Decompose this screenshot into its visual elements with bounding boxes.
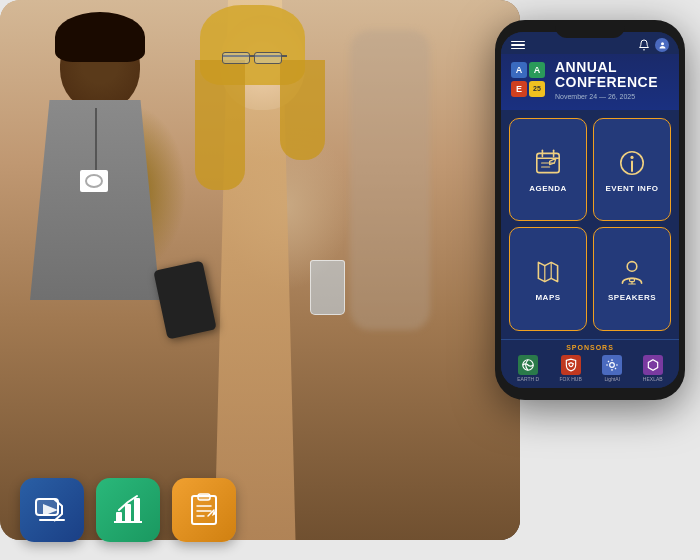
conference-logo: A A E 25 xyxy=(511,62,547,98)
sponsor-earthd-name: EARTH D xyxy=(517,376,539,382)
phone-screen: A A E 25 ANNUAL CONFERENCE November 24 —… xyxy=(501,32,679,388)
chart-icon-button[interactable] xyxy=(96,478,160,542)
sponsor-foxhub-icon xyxy=(561,355,581,375)
phone-mockup: A A E 25 ANNUAL CONFERENCE November 24 —… xyxy=(495,20,685,400)
maps-icon xyxy=(532,256,564,288)
svg-point-25 xyxy=(627,262,637,272)
speakers-label: SPEAKERS xyxy=(608,293,656,302)
sponsor-earthd: EARTH D xyxy=(517,355,539,382)
sponsors-section: SPONSORS EARTH D xyxy=(501,339,679,388)
conference-title-block: ANNUAL CONFERENCE November 24 — 26, 2025 xyxy=(555,60,669,100)
sponsor-lightai: LightAI xyxy=(602,355,622,382)
people-photo xyxy=(0,0,520,540)
logo-tile-e: E xyxy=(511,81,527,97)
agenda-label: AGENDA xyxy=(529,184,567,193)
speakers-icon xyxy=(616,256,648,288)
event-info-label: EVENT INFO xyxy=(605,184,658,193)
svg-marker-37 xyxy=(648,360,657,371)
logo-tile-a2: A xyxy=(529,62,545,78)
sponsor-earthd-icon xyxy=(518,355,538,375)
notes-icon xyxy=(186,492,222,528)
sponsor-foxhub-name: FOX HUB xyxy=(560,376,582,382)
user-icon xyxy=(658,41,667,50)
logo-tile-a1: A xyxy=(511,62,527,78)
menu-grid: AGENDA EVENT INFO xyxy=(501,110,679,339)
hamburger-menu[interactable] xyxy=(511,41,525,50)
user-avatar-small[interactable] xyxy=(655,38,669,52)
sponsor-lightai-name: LightAI xyxy=(604,376,620,382)
maps-button[interactable]: MAPS xyxy=(509,227,587,331)
bell-icon[interactable] xyxy=(638,39,650,51)
svg-line-36 xyxy=(615,368,616,369)
svg-point-21 xyxy=(630,155,633,158)
svg-point-30 xyxy=(610,363,615,368)
sponsor-foxhub: FOX HUB xyxy=(560,355,582,382)
event-info-button[interactable]: EVENT INFO xyxy=(593,118,671,222)
speakers-button[interactable]: SPEAKERS xyxy=(593,227,671,331)
svg-rect-7 xyxy=(134,498,140,522)
event-info-icon xyxy=(616,147,648,179)
scene: A A E 25 ANNUAL CONFERENCE November 24 —… xyxy=(0,0,700,560)
conference-header: A A E 25 ANNUAL CONFERENCE November 24 —… xyxy=(501,54,679,110)
chart-icon xyxy=(110,492,146,528)
topbar-actions xyxy=(638,38,669,52)
sponsor-hexlab-icon xyxy=(643,355,663,375)
sponsors-title: SPONSORS xyxy=(507,344,673,351)
logo-tile-25: 25 xyxy=(529,81,545,97)
notes-icon-button[interactable] xyxy=(172,478,236,542)
conference-date: November 24 — 26, 2025 xyxy=(555,93,669,100)
background-photo xyxy=(0,0,520,540)
conference-title-line1: ANNUAL xyxy=(555,60,669,75)
hand-phone xyxy=(153,261,216,340)
sponsor-lightai-icon xyxy=(602,355,622,375)
sponsors-row: EARTH D FOX HUB xyxy=(507,355,673,382)
bottom-icons-row xyxy=(20,478,236,542)
conference-title-line2: CONFERENCE xyxy=(555,75,669,90)
phone-notch xyxy=(555,20,625,38)
svg-rect-26 xyxy=(630,279,635,282)
svg-rect-6 xyxy=(125,504,131,522)
agenda-button[interactable]: AGENDA xyxy=(509,118,587,222)
svg-line-35 xyxy=(608,361,609,362)
video-icon-button[interactable] xyxy=(20,478,84,542)
sponsor-hexlab: HEXLAB xyxy=(643,355,663,382)
svg-point-13 xyxy=(661,42,664,45)
agenda-icon xyxy=(532,147,564,179)
maps-label: MAPS xyxy=(535,293,560,302)
video-icon xyxy=(34,492,70,528)
sponsor-hexlab-name: HEXLAB xyxy=(643,376,663,382)
svg-rect-5 xyxy=(116,512,122,522)
svg-rect-9 xyxy=(198,494,210,500)
